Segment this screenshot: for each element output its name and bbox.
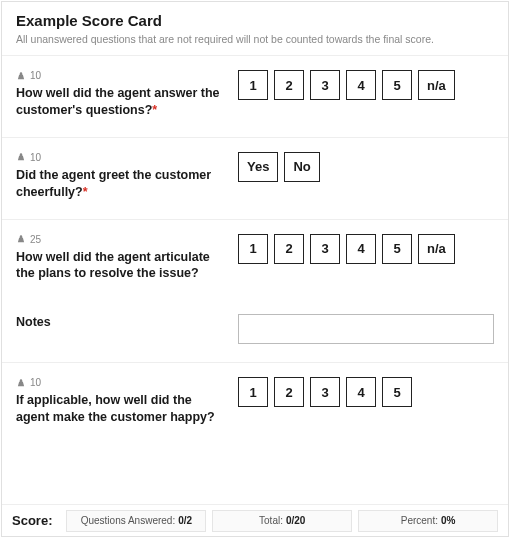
stat-answered: Questions Answered: 0/2 bbox=[66, 510, 206, 532]
weight-value: 10 bbox=[30, 377, 41, 388]
stat-percent: Percent: 0% bbox=[358, 510, 498, 532]
weight-icon bbox=[16, 71, 26, 81]
weight-value: 10 bbox=[30, 152, 41, 163]
weight-icon bbox=[16, 152, 26, 162]
card-title: Example Score Card bbox=[16, 12, 494, 29]
question-options: 1 2 3 4 5 bbox=[238, 377, 494, 407]
stat-total-value: 0/20 bbox=[286, 515, 305, 526]
option-5[interactable]: 5 bbox=[382, 377, 412, 407]
question-left: 10 How well did the agent answer the cus… bbox=[16, 70, 238, 119]
notes-left: Notes bbox=[16, 314, 238, 331]
question-text: How well did the agent articulate the pl… bbox=[16, 249, 228, 283]
option-3[interactable]: 3 bbox=[310, 377, 340, 407]
weight-value: 25 bbox=[30, 234, 41, 245]
option-5[interactable]: 5 bbox=[382, 234, 412, 264]
score-card: Example Score Card All unanswered questi… bbox=[1, 1, 509, 537]
question-text: How well did the agent answer the custom… bbox=[16, 85, 228, 119]
notes-label: Notes bbox=[16, 314, 228, 331]
required-marker: * bbox=[83, 185, 88, 199]
option-3[interactable]: 3 bbox=[310, 70, 340, 100]
notes-right bbox=[238, 314, 494, 344]
question-weight: 10 bbox=[16, 70, 228, 81]
question-weight: 10 bbox=[16, 152, 228, 163]
option-no[interactable]: No bbox=[284, 152, 319, 182]
question-options: Yes No bbox=[238, 152, 494, 182]
required-marker: * bbox=[152, 103, 157, 117]
option-yes[interactable]: Yes bbox=[238, 152, 278, 182]
weight-icon bbox=[16, 234, 26, 244]
option-1[interactable]: 1 bbox=[238, 234, 268, 264]
question-left: 10 Did the agent greet the customer chee… bbox=[16, 152, 238, 201]
score-label: Score: bbox=[12, 513, 60, 528]
option-5[interactable]: 5 bbox=[382, 70, 412, 100]
weight-value: 10 bbox=[30, 70, 41, 81]
option-3[interactable]: 3 bbox=[310, 234, 340, 264]
question-row: 10 How well did the agent answer the cus… bbox=[2, 55, 508, 137]
question-text: If applicable, how well did the agent ma… bbox=[16, 392, 228, 426]
stat-total: Total: 0/20 bbox=[212, 510, 352, 532]
option-1[interactable]: 1 bbox=[238, 70, 268, 100]
question-left: 25 How well did the agent articulate the… bbox=[16, 234, 238, 283]
card-subtitle: All unanswered questions that are not re… bbox=[16, 33, 494, 45]
stat-answered-value: 0/2 bbox=[178, 515, 192, 526]
stat-total-label: Total: bbox=[259, 515, 283, 526]
card-header: Example Score Card All unanswered questi… bbox=[2, 2, 508, 55]
question-options: 1 2 3 4 5 n/a bbox=[238, 70, 494, 100]
option-na[interactable]: n/a bbox=[418, 70, 455, 100]
question-options: 1 2 3 4 5 n/a bbox=[238, 234, 494, 264]
option-2[interactable]: 2 bbox=[274, 70, 304, 100]
weight-icon bbox=[16, 378, 26, 388]
option-1[interactable]: 1 bbox=[238, 377, 268, 407]
question-row: 10 Did the agent greet the customer chee… bbox=[2, 137, 508, 219]
question-row: 10 If applicable, how well did the agent… bbox=[2, 362, 508, 444]
stat-percent-label: Percent: bbox=[401, 515, 438, 526]
option-2[interactable]: 2 bbox=[274, 377, 304, 407]
notes-row: Notes bbox=[2, 300, 508, 362]
notes-input[interactable] bbox=[238, 314, 494, 344]
stat-answered-label: Questions Answered: bbox=[81, 515, 176, 526]
question-weight: 10 bbox=[16, 377, 228, 388]
option-2[interactable]: 2 bbox=[274, 234, 304, 264]
option-na[interactable]: n/a bbox=[418, 234, 455, 264]
question-row: 25 How well did the agent articulate the… bbox=[2, 219, 508, 301]
stat-percent-value: 0% bbox=[441, 515, 455, 526]
option-4[interactable]: 4 bbox=[346, 70, 376, 100]
option-4[interactable]: 4 bbox=[346, 377, 376, 407]
option-4[interactable]: 4 bbox=[346, 234, 376, 264]
score-footer: Score: Questions Answered: 0/2 Total: 0/… bbox=[2, 504, 508, 536]
question-left: 10 If applicable, how well did the agent… bbox=[16, 377, 238, 426]
question-text: Did the agent greet the customer cheerfu… bbox=[16, 167, 228, 201]
question-weight: 25 bbox=[16, 234, 228, 245]
